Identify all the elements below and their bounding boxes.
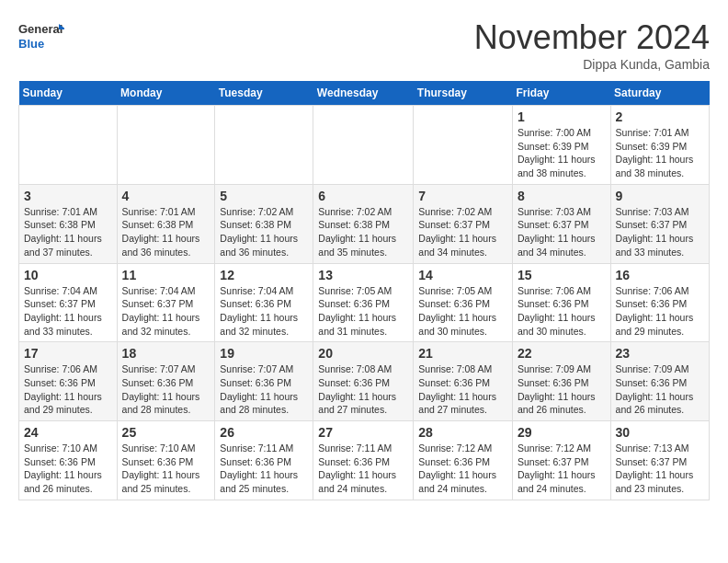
month-title: November 2024 [474,18,710,57]
calendar-cell: 17Sunrise: 7:06 AM Sunset: 6:36 PM Dayli… [19,342,118,421]
calendar-week-row: 17Sunrise: 7:06 AM Sunset: 6:36 PM Dayli… [19,342,710,421]
day-info: Sunrise: 7:03 AM Sunset: 6:37 PM Dayligh… [518,205,606,259]
day-number: 25 [122,425,210,440]
day-number: 30 [616,425,704,440]
logo-svg: General Blue [18,18,64,59]
location-subtitle: Dippa Kunda, Gambia [474,57,710,72]
weekday-header-row: SundayMondayTuesdayWednesdayThursdayFrid… [19,81,710,106]
day-number: 26 [220,425,308,440]
calendar-week-row: 24Sunrise: 7:10 AM Sunset: 6:36 PM Dayli… [19,421,710,500]
day-info: Sunrise: 7:04 AM Sunset: 6:37 PM Dayligh… [122,284,210,339]
day-number: 27 [318,425,408,440]
weekday-header-sunday: Sunday [19,81,118,106]
calendar-cell: 15Sunrise: 7:06 AM Sunset: 6:36 PM Dayli… [512,263,610,342]
day-number: 4 [122,189,210,203]
calendar-cell [19,106,118,185]
day-number: 14 [418,268,507,282]
page-header: General Blue November 2024 Dippa Kunda, … [18,18,710,72]
calendar-cell: 20Sunrise: 7:08 AM Sunset: 6:36 PM Dayli… [313,342,414,421]
weekday-header-tuesday: Tuesday [215,81,313,106]
day-info: Sunrise: 7:09 AM Sunset: 6:36 PM Dayligh… [518,362,606,417]
day-info: Sunrise: 7:08 AM Sunset: 6:36 PM Dayligh… [418,362,507,417]
day-info: Sunrise: 7:12 AM Sunset: 6:36 PM Dayligh… [418,442,507,496]
day-info: Sunrise: 7:03 AM Sunset: 6:37 PM Dayligh… [616,205,704,259]
day-number: 22 [518,346,606,361]
calendar-cell: 11Sunrise: 7:04 AM Sunset: 6:37 PM Dayli… [117,263,215,342]
day-number: 12 [220,268,308,282]
day-info: Sunrise: 7:02 AM Sunset: 6:38 PM Dayligh… [220,205,308,259]
day-info: Sunrise: 7:11 AM Sunset: 6:36 PM Dayligh… [220,442,308,496]
day-number: 16 [616,268,704,282]
day-info: Sunrise: 7:04 AM Sunset: 6:36 PM Dayligh… [220,284,308,339]
day-info: Sunrise: 7:08 AM Sunset: 6:36 PM Dayligh… [318,362,408,417]
calendar-cell: 6Sunrise: 7:02 AM Sunset: 6:38 PM Daylig… [313,184,414,263]
calendar-cell: 29Sunrise: 7:12 AM Sunset: 6:37 PM Dayli… [512,421,610,500]
day-info: Sunrise: 7:11 AM Sunset: 6:36 PM Dayligh… [318,442,408,496]
day-info: Sunrise: 7:00 AM Sunset: 6:39 PM Dayligh… [518,126,606,180]
calendar-table: SundayMondayTuesdayWednesdayThursdayFrid… [18,81,710,500]
calendar-cell: 28Sunrise: 7:12 AM Sunset: 6:36 PM Dayli… [414,421,513,500]
day-number: 7 [418,189,507,203]
day-info: Sunrise: 7:05 AM Sunset: 6:36 PM Dayligh… [318,284,408,339]
day-number: 28 [418,425,507,440]
day-number: 5 [220,189,308,203]
day-number: 21 [418,346,507,361]
calendar-cell: 4Sunrise: 7:01 AM Sunset: 6:38 PM Daylig… [117,184,215,263]
calendar-cell: 2Sunrise: 7:01 AM Sunset: 6:39 PM Daylig… [610,106,709,185]
day-info: Sunrise: 7:01 AM Sunset: 6:38 PM Dayligh… [122,205,210,259]
day-number: 29 [518,425,606,440]
day-number: 9 [616,189,704,203]
day-number: 2 [616,109,704,124]
calendar-cell: 5Sunrise: 7:02 AM Sunset: 6:38 PM Daylig… [215,184,313,263]
calendar-cell: 26Sunrise: 7:11 AM Sunset: 6:36 PM Dayli… [215,421,313,500]
day-info: Sunrise: 7:13 AM Sunset: 6:37 PM Dayligh… [616,442,704,496]
calendar-cell: 9Sunrise: 7:03 AM Sunset: 6:37 PM Daylig… [610,184,709,263]
calendar-cell: 24Sunrise: 7:10 AM Sunset: 6:36 PM Dayli… [19,421,118,500]
calendar-cell: 7Sunrise: 7:02 AM Sunset: 6:37 PM Daylig… [414,184,513,263]
calendar-cell: 25Sunrise: 7:10 AM Sunset: 6:36 PM Dayli… [117,421,215,500]
day-info: Sunrise: 7:10 AM Sunset: 6:36 PM Dayligh… [24,442,112,496]
day-number: 1 [518,109,606,124]
weekday-header-wednesday: Wednesday [313,81,414,106]
day-info: Sunrise: 7:10 AM Sunset: 6:36 PM Dayligh… [122,442,210,496]
weekday-header-saturday: Saturday [610,81,709,106]
svg-text:Blue: Blue [18,37,44,51]
day-info: Sunrise: 7:02 AM Sunset: 6:37 PM Dayligh… [418,205,507,259]
day-info: Sunrise: 7:04 AM Sunset: 6:37 PM Dayligh… [24,284,112,339]
day-info: Sunrise: 7:07 AM Sunset: 6:36 PM Dayligh… [220,362,308,417]
calendar-cell [215,106,313,185]
calendar-cell: 18Sunrise: 7:07 AM Sunset: 6:36 PM Dayli… [117,342,215,421]
day-number: 3 [24,189,112,203]
day-info: Sunrise: 7:06 AM Sunset: 6:36 PM Dayligh… [616,284,704,339]
calendar-cell: 13Sunrise: 7:05 AM Sunset: 6:36 PM Dayli… [313,263,414,342]
calendar-cell [117,106,215,185]
weekday-header-monday: Monday [117,81,215,106]
svg-text:General: General [18,22,63,36]
day-number: 13 [318,268,408,282]
day-info: Sunrise: 7:06 AM Sunset: 6:36 PM Dayligh… [24,362,112,417]
title-block: November 2024 Dippa Kunda, Gambia [474,18,710,72]
day-number: 8 [518,189,606,203]
calendar-cell [414,106,513,185]
day-info: Sunrise: 7:05 AM Sunset: 6:36 PM Dayligh… [418,284,507,339]
calendar-cell: 10Sunrise: 7:04 AM Sunset: 6:37 PM Dayli… [19,263,118,342]
day-number: 18 [122,346,210,361]
day-info: Sunrise: 7:01 AM Sunset: 6:38 PM Dayligh… [24,205,112,259]
day-number: 23 [616,346,704,361]
weekday-header-friday: Friday [512,81,610,106]
day-info: Sunrise: 7:12 AM Sunset: 6:37 PM Dayligh… [518,442,606,496]
calendar-cell: 30Sunrise: 7:13 AM Sunset: 6:37 PM Dayli… [610,421,709,500]
day-number: 6 [318,189,408,203]
calendar-cell: 21Sunrise: 7:08 AM Sunset: 6:36 PM Dayli… [414,342,513,421]
day-number: 15 [518,268,606,282]
day-info: Sunrise: 7:07 AM Sunset: 6:36 PM Dayligh… [122,362,210,417]
calendar-week-row: 10Sunrise: 7:04 AM Sunset: 6:37 PM Dayli… [19,263,710,342]
day-number: 24 [24,425,112,440]
day-info: Sunrise: 7:01 AM Sunset: 6:39 PM Dayligh… [616,126,704,180]
calendar-cell: 12Sunrise: 7:04 AM Sunset: 6:36 PM Dayli… [215,263,313,342]
day-info: Sunrise: 7:06 AM Sunset: 6:36 PM Dayligh… [518,284,606,339]
day-number: 17 [24,346,112,361]
day-info: Sunrise: 7:09 AM Sunset: 6:36 PM Dayligh… [616,362,704,417]
calendar-cell: 27Sunrise: 7:11 AM Sunset: 6:36 PM Dayli… [313,421,414,500]
day-number: 19 [220,346,308,361]
